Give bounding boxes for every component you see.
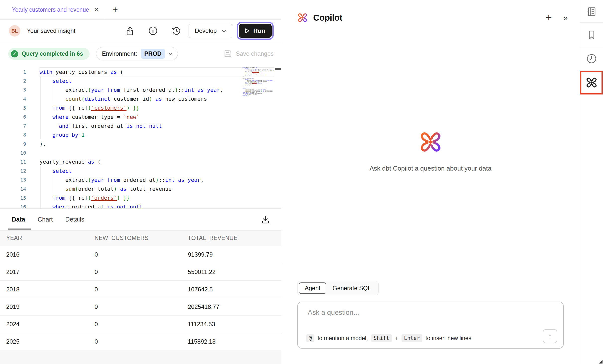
code-line[interactable]: 15 from {{ ref('orders') }} bbox=[0, 193, 281, 202]
resize-handle-icon[interactable] bbox=[599, 360, 603, 364]
question-input-placeholder: Ask a question... bbox=[308, 309, 359, 317]
download-results-button[interactable] bbox=[261, 215, 270, 224]
hint-mention-text: to mention a model, bbox=[318, 335, 368, 342]
code-line[interactable]: 13 extract(year from ordered_at)::int as… bbox=[0, 175, 281, 184]
new-chat-button[interactable]: + bbox=[546, 13, 552, 22]
code-line-text: where ordered_at is not null bbox=[26, 204, 143, 208]
query-status-text: Query completed in 6s bbox=[22, 50, 83, 57]
code-line-text: ), bbox=[26, 141, 46, 147]
line-number: 5 bbox=[0, 105, 26, 111]
check-icon: ✓ bbox=[11, 50, 18, 57]
mode-toggle: Agent Generate SQL bbox=[297, 281, 379, 295]
results-table-header: YEARNEW_CUSTOMERSTOTAL_REVENUE bbox=[0, 230, 281, 246]
info-button[interactable] bbox=[148, 26, 158, 36]
rail-divider bbox=[580, 22, 603, 23]
results-panel: Data Chart Details YEARNEW_CUSTOMERSTOTA… bbox=[0, 208, 281, 364]
download-icon bbox=[261, 215, 270, 224]
copilot-empty-text: Ask dbt Copilot a question about your da… bbox=[370, 165, 492, 172]
editor-scrollbar-thumb[interactable] bbox=[275, 68, 281, 70]
table-cell: 0 bbox=[95, 321, 188, 328]
line-number: 14 bbox=[0, 186, 26, 192]
code-line[interactable]: 1with yearly_customers as ( bbox=[0, 67, 281, 76]
at-key-badge: @ bbox=[306, 334, 314, 342]
collapse-panel-icon[interactable]: » bbox=[563, 13, 567, 22]
code-line[interactable]: 16 where ordered_at is not null bbox=[0, 202, 281, 208]
table-cell: 0 bbox=[95, 286, 188, 293]
table-cell: 2019 bbox=[0, 303, 95, 310]
notebook-icon bbox=[586, 6, 597, 17]
table-row: 20170550011.22 bbox=[0, 263, 281, 281]
copilot-header: Copilot + » bbox=[281, 0, 580, 23]
table-cell: 2016 bbox=[0, 251, 95, 258]
table-row: 20240111234.53 bbox=[0, 316, 281, 333]
code-line[interactable]: 8 group by 1 bbox=[0, 130, 281, 139]
code-line[interactable]: 9), bbox=[0, 139, 281, 148]
editor-minimap[interactable]: with yearly_customers as ( select extrac… bbox=[243, 67, 274, 104]
line-number: 4 bbox=[0, 96, 26, 102]
sql-code-editor[interactable]: 1with yearly_customers as (2 select3 ext… bbox=[0, 65, 281, 208]
tab-yearly-customers-and-revenue[interactable]: Yearly customers and revenue ✕ bbox=[0, 0, 105, 19]
hint-newline-text: to insert new lines bbox=[426, 335, 471, 342]
table-row: 201902025418.77 bbox=[0, 298, 281, 316]
mode-tab-generate-sql[interactable]: Generate SQL bbox=[326, 285, 377, 292]
code-line[interactable]: 14 sum(order_total) as total_revenue bbox=[0, 184, 281, 193]
save-changes-button[interactable]: Save changes bbox=[224, 50, 274, 58]
save-icon bbox=[224, 50, 232, 58]
sidebar-item-bookmarks[interactable] bbox=[587, 30, 596, 40]
code-line[interactable]: 2 select bbox=[0, 76, 281, 85]
code-line[interactable]: 11yearly_revenue as ( bbox=[0, 157, 281, 166]
code-line[interactable]: 3 extract(year from first_ordered_at)::i… bbox=[0, 85, 281, 94]
tab-details[interactable]: Details bbox=[65, 216, 84, 223]
table-cell: 2025418.77 bbox=[188, 303, 281, 310]
table-row: 20180107642.5 bbox=[0, 281, 281, 298]
code-line[interactable]: 12 select bbox=[0, 166, 281, 175]
minimap-line: order by 1 bbox=[243, 95, 274, 96]
send-button[interactable]: ↑ bbox=[543, 329, 557, 343]
table-cell: 0 bbox=[95, 251, 188, 258]
query-editor-panel: Yearly customers and revenue ✕ + BL Your… bbox=[0, 0, 281, 364]
sidebar-item-catalog[interactable] bbox=[586, 6, 597, 17]
code-line[interactable]: 10 bbox=[0, 148, 281, 157]
table-cell: 2017 bbox=[0, 269, 95, 275]
line-number: 7 bbox=[0, 123, 26, 129]
code-line-text: from {{ ref('orders') }} bbox=[26, 195, 130, 201]
line-number: 8 bbox=[0, 132, 26, 138]
line-number: 3 bbox=[0, 87, 26, 93]
table-cell: 91399.79 bbox=[188, 251, 281, 258]
code-line-text: group by 1 bbox=[26, 132, 85, 138]
question-input[interactable]: Ask a question... @ to mention a model, … bbox=[297, 302, 564, 349]
tab-data[interactable]: Data bbox=[12, 216, 25, 223]
environment-select[interactable]: Environment: PROD bbox=[96, 47, 178, 60]
line-number: 15 bbox=[0, 195, 26, 201]
table-cell: 2025 bbox=[0, 338, 95, 345]
save-changes-label: Save changes bbox=[236, 50, 274, 57]
history-button[interactable] bbox=[172, 26, 181, 36]
code-line[interactable]: 6 where customer_type = 'new' bbox=[0, 112, 281, 121]
play-icon bbox=[245, 28, 250, 34]
code-line[interactable]: 5 from {{ ref('customers') }} bbox=[0, 103, 281, 112]
hint-plus-separator: + bbox=[395, 335, 398, 342]
share-button[interactable] bbox=[125, 26, 134, 36]
develop-button[interactable]: Develop bbox=[189, 24, 232, 38]
sidebar-item-history[interactable] bbox=[586, 53, 597, 64]
run-button[interactable]: Run bbox=[239, 24, 272, 38]
code-line[interactable]: 4 count(distinct customer_id) as new_cus… bbox=[0, 94, 281, 103]
code-line-text: yearly_revenue as ( bbox=[26, 159, 101, 165]
sidebar-item-copilot[interactable] bbox=[586, 77, 598, 89]
close-tab-icon[interactable]: ✕ bbox=[94, 6, 99, 13]
dbt-copilot-icon bbox=[586, 77, 598, 89]
code-line-text: from {{ ref('customers') }} bbox=[26, 105, 139, 111]
up-arrow-icon: ↑ bbox=[548, 332, 552, 340]
new-tab-button[interactable]: + bbox=[112, 6, 118, 13]
tab-divider bbox=[105, 0, 105, 19]
copilot-panel: Copilot + » Ask dbt Copilot a question a… bbox=[281, 0, 580, 364]
column-header: NEW_CUSTOMERS bbox=[95, 235, 188, 241]
table-row: 2016091399.79 bbox=[0, 246, 281, 263]
column-header: TOTAL_REVENUE bbox=[188, 235, 281, 241]
tab-chart[interactable]: Chart bbox=[38, 216, 53, 223]
copilot-header-actions: + » bbox=[546, 13, 567, 22]
table-row: 20250115892.13 bbox=[0, 333, 281, 350]
code-line-text: select bbox=[26, 78, 72, 84]
mode-tab-agent[interactable]: Agent bbox=[299, 282, 326, 294]
code-line[interactable]: 7 and first_ordered_at is not null bbox=[0, 121, 281, 130]
